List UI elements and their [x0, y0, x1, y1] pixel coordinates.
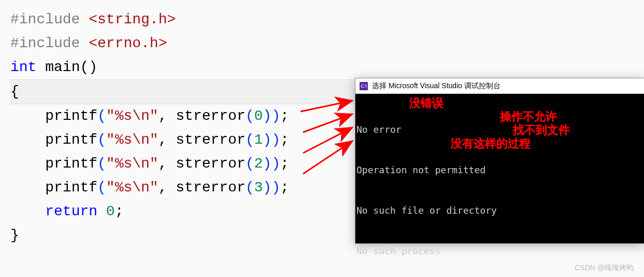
code-line: int main()	[10, 56, 644, 79]
watermark: CSDN @嘎嘎烤鸭	[575, 264, 634, 273]
console-line: No such file or directory	[356, 204, 643, 217]
code-line: #include <errno.h>	[10, 32, 644, 56]
annotation-no-process: 没有这样的过程	[451, 136, 531, 151]
code-line: #include <string.h>	[10, 8, 644, 32]
vs-console-icon: C:\	[360, 82, 368, 90]
console-window[interactable]: C:\ 选择 Microsoft Visual Studio 调试控制台 No …	[355, 78, 644, 244]
console-line: Operation not permitted	[356, 163, 643, 177]
console-title: 选择 Microsoft Visual Studio 调试控制台	[372, 81, 500, 91]
console-titlebar[interactable]: C:\ 选择 Microsoft Visual Studio 调试控制台	[355, 78, 644, 94]
console-line: No such process	[356, 244, 643, 258]
console-line: No error	[356, 123, 643, 136]
annotation-no-error: 没错误	[409, 95, 443, 111]
